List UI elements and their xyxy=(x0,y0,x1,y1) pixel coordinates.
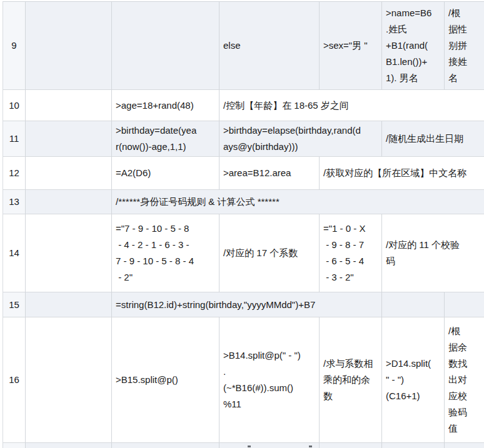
cell-B12[interactable] xyxy=(26,157,112,190)
cell-B11[interactable] xyxy=(26,121,112,157)
clipped-text-fragment xyxy=(248,446,251,447)
cell-C9[interactable] xyxy=(112,2,219,90)
cell-C10[interactable]: >age=18+rand(48) xyxy=(112,90,219,121)
table-row-15: 15 =string(B12.id)+string(birthday,"yyyy… xyxy=(3,292,484,317)
row-header-13[interactable]: 13 xyxy=(3,190,26,214)
cell-C14[interactable]: ="7 - 9 - 10 - 5 - 8 - 4 - 2 - 1 - 6 - 3… xyxy=(112,214,219,292)
table-row-9: 9 else >sex="男 " >name=B6 .姓氏 +B1(rand( … xyxy=(3,2,484,90)
cell-D17[interactable] xyxy=(219,443,320,448)
table-row-16: 16 >B15.split@p() >B14.split@p(" - ") . … xyxy=(3,317,484,443)
cell-C17[interactable] xyxy=(112,443,219,448)
cell-D14[interactable]: /对应的 17 个系数 xyxy=(219,214,320,292)
cell-B9[interactable] xyxy=(26,2,112,90)
cell-C11[interactable]: >birthday=date(yea r(now())-age,1,1) xyxy=(112,121,219,157)
row-header-15[interactable]: 15 xyxy=(3,292,26,317)
row-header-12[interactable]: 12 xyxy=(3,157,26,190)
formula-table: 9 else >sex="男 " >name=B6 .姓氏 +B1(rand( … xyxy=(3,1,484,448)
table-row-14: 14 ="7 - 9 - 10 - 5 - 8 - 4 - 2 - 1 - 6 … xyxy=(3,214,484,292)
row-header-9[interactable]: 9 xyxy=(3,2,26,90)
cell-E17[interactable] xyxy=(320,443,382,448)
cell-F14-G14[interactable]: /对应的 11 个校验 码 xyxy=(382,214,484,292)
cell-E12-G12[interactable]: /获取对应的【所在区域】中文名称 xyxy=(320,157,484,190)
cell-D16[interactable]: >B14.split@p(" - ") . (~*B16(#)).sum() %… xyxy=(219,317,320,443)
row-header-11[interactable]: 11 xyxy=(3,121,26,157)
cell-B17[interactable] xyxy=(26,443,112,448)
spreadsheet-grid: 9 else >sex="男 " >name=B6 .姓氏 +B1(rand( … xyxy=(0,0,484,448)
row-header-14[interactable]: 14 xyxy=(3,214,26,292)
cell-E14[interactable]: ="1 - 0 - X - 9 - 8 - 7 - 6 - 5 - 4 - 3 … xyxy=(320,214,382,292)
cell-G15[interactable] xyxy=(445,292,484,317)
cell-F11-G11[interactable]: /随机生成出生日期 xyxy=(382,121,484,157)
cell-C16[interactable]: >B15.split@p() xyxy=(112,317,219,443)
cell-F17[interactable] xyxy=(382,443,445,448)
clipped-text-fragment xyxy=(309,446,312,447)
cell-B13[interactable] xyxy=(26,190,112,214)
cell-C15-E15[interactable]: =string(B12.id)+string(birthday,"yyyyMMd… xyxy=(112,292,382,317)
cell-D12[interactable]: >area=B12.area xyxy=(219,157,320,190)
row-header-16[interactable]: 16 xyxy=(3,317,26,443)
row-header-10[interactable]: 10 xyxy=(3,90,26,121)
cell-F15[interactable] xyxy=(382,292,445,317)
table-row-11: 11 >birthday=date(yea r(now())-age,1,1) … xyxy=(3,121,484,157)
cell-E16[interactable]: /求与系数相 乘的和的余 数 xyxy=(320,317,382,443)
table-row-13: 13 /******身份证号码规则 & 计算公式 ****** xyxy=(3,190,484,214)
cell-D11-E11[interactable]: >birthday=elapse(birthday,rand(d ays@y(b… xyxy=(219,121,382,157)
row-header-17[interactable] xyxy=(3,443,26,448)
cell-B16[interactable] xyxy=(26,317,112,443)
cell-G17[interactable] xyxy=(445,443,484,448)
cell-B10[interactable] xyxy=(26,90,112,121)
cell-C12[interactable]: =A2(D6) xyxy=(112,157,219,190)
cell-C13-G13[interactable]: /******身份证号码规则 & 计算公式 ****** xyxy=(112,190,484,214)
cell-E9[interactable]: >sex="男 " xyxy=(320,2,382,90)
cell-B15[interactable] xyxy=(26,292,112,317)
table-row-10: 10 >age=18+rand(48) /控制【年龄】在 18-65 岁之间 xyxy=(3,90,484,121)
cell-F16[interactable]: >D14.split( " - ") (C16+1) xyxy=(382,317,445,443)
cell-G16[interactable]: /根 据余 数找 出对 应校 验码 值 xyxy=(445,317,484,443)
cell-F9[interactable]: >name=B6 .姓氏 +B1(rand( B1.len())+ 1). 男名 xyxy=(382,2,445,90)
table-row-12: 12 =A2(D6) >area=B12.area /获取对应的【所在区域】中文… xyxy=(3,157,484,190)
cell-D9[interactable]: else xyxy=(219,2,320,90)
table-row-17-clipped xyxy=(3,443,484,448)
cell-G9[interactable]: /根 据性 别拼 接姓 名 xyxy=(445,2,484,90)
cell-D10-G10[interactable]: /控制【年龄】在 18-65 岁之间 xyxy=(219,90,484,121)
cell-B14[interactable] xyxy=(26,214,112,292)
